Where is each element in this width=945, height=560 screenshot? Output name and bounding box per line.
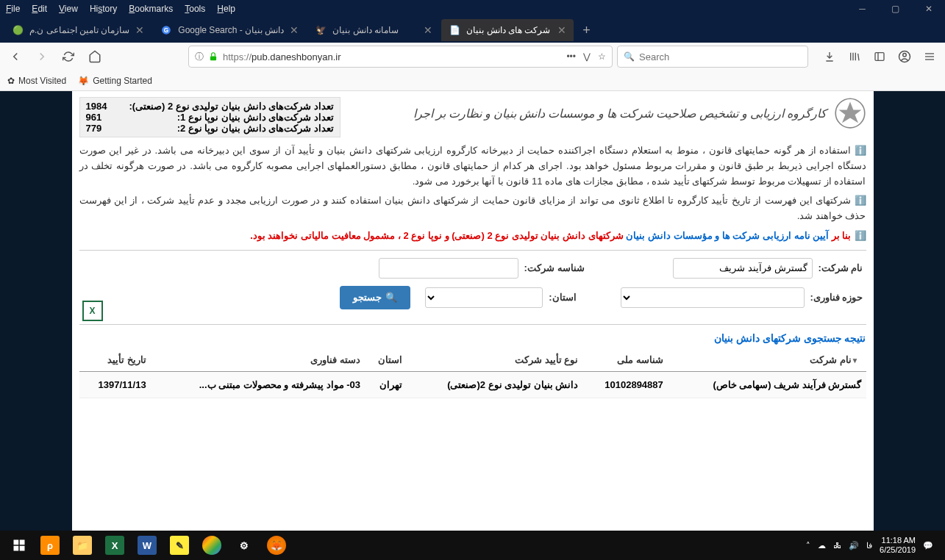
cell-province: تهران xyxy=(365,371,407,398)
menu-history[interactable]: History xyxy=(90,4,117,14)
app-firefox[interactable]: 🦊 xyxy=(260,531,293,560)
app-excel[interactable]: X xyxy=(99,531,131,560)
table-row[interactable]: گسترش فرآیند شریف (سهامی خاص) 1010289488… xyxy=(79,371,866,398)
app-word[interactable]: W xyxy=(131,531,163,560)
company-name-label: نام شرکت: xyxy=(819,262,863,273)
bookmark-star-icon[interactable]: ☆ xyxy=(598,51,606,62)
app-chrome[interactable] xyxy=(196,531,228,560)
tray-onedrive-icon[interactable]: ☁ xyxy=(818,541,826,550)
svg-point-6 xyxy=(903,54,907,57)
close-tab-icon[interactable]: ✕ xyxy=(135,24,144,36)
app-sticky[interactable]: ✎ xyxy=(163,531,196,560)
tray-sound-icon[interactable]: 🔊 xyxy=(849,541,859,550)
home-button[interactable] xyxy=(84,46,106,68)
lock-icon xyxy=(208,51,218,62)
info-bullet-icon: ℹ️ xyxy=(855,195,866,206)
reload-button[interactable] xyxy=(57,46,79,68)
sort-icon: ▼ xyxy=(852,356,859,365)
tab-2[interactable]: 🦅 سامانه دانش بنیان ✕ xyxy=(307,19,440,41)
google-icon: G xyxy=(160,24,172,36)
pocket-icon[interactable]: ⋁ xyxy=(583,51,591,62)
tray-lang[interactable]: فا xyxy=(866,541,872,550)
search-form: نام شرکت: شناسه شرکت: حوزه فناوری: استان… xyxy=(79,250,866,325)
info-bullet-icon: ℹ️ xyxy=(855,230,866,241)
taskbar: ρ 📁 X W ✎ ⚙ 🦊 ˄ ☁ 🖧 🔊 فا 11:18 AM 6/25/2… xyxy=(0,531,945,560)
search-input[interactable] xyxy=(639,51,802,62)
stat-label: تعداد شرکت‌های دانش بنیان نوپا نوع 1: xyxy=(177,112,334,123)
info-paragraph-3: ℹ️بنا بر آیین نامه ارزیابی شرکت ها و مؤس… xyxy=(79,229,866,244)
menu-file[interactable]: File xyxy=(6,4,20,14)
org-title: کارگروه ارزیابی و تشخیص صلاحیت شرکت ها و… xyxy=(413,107,827,121)
sidebar-button[interactable] xyxy=(869,46,891,68)
info-paragraph-2: ℹ️شرکتهای این فهرست از تاریخ تأیید کارگر… xyxy=(79,193,866,224)
downloads-button[interactable] xyxy=(819,46,841,68)
app-explorer[interactable]: 📁 xyxy=(66,531,99,560)
url-bar[interactable]: ⓘ https://pub.daneshbonyan.ir ••• ⋁ ☆ xyxy=(188,46,613,68)
close-tab-icon[interactable]: ✕ xyxy=(424,24,432,36)
menu-bookmarks[interactable]: Bookmarks xyxy=(129,4,173,14)
library-button[interactable] xyxy=(844,46,866,68)
tray-up-icon[interactable]: ˄ xyxy=(806,541,810,550)
province-label: استان: xyxy=(549,292,576,303)
most-visited-bookmark[interactable]: ✿Most Visited xyxy=(7,76,66,86)
col-approval-type[interactable]: نوع تأیید شرکت xyxy=(407,348,583,372)
svg-rect-3 xyxy=(875,53,884,61)
info-icon[interactable]: ⓘ xyxy=(195,51,204,63)
reader-icon[interactable]: ••• xyxy=(566,51,576,62)
action-center-icon[interactable]: 💬 xyxy=(923,541,933,550)
tab-1[interactable]: G Google Search - دانش بنیان ✕ xyxy=(153,19,306,41)
minimize-button[interactable]: ─ xyxy=(846,0,879,18)
close-window-button[interactable]: ✕ xyxy=(912,0,945,18)
app-settings[interactable]: ⚙ xyxy=(228,531,260,560)
search-icon: 🔍 xyxy=(624,51,635,62)
favicon-icon: 📄 xyxy=(449,24,460,36)
menu-tools[interactable]: Tools xyxy=(185,4,205,14)
company-id-input[interactable] xyxy=(379,258,518,279)
nav-toolbar: ⓘ https://pub.daneshbonyan.ir ••• ⋁ ☆ 🔍 xyxy=(0,43,945,71)
maximize-button[interactable]: ▢ xyxy=(879,0,912,18)
menu-view[interactable]: View xyxy=(59,4,78,14)
search-bar[interactable]: 🔍 xyxy=(617,46,808,68)
col-province[interactable]: استان xyxy=(365,348,407,372)
stat-label: تعداد شرکت‌های دانش بنیان تولیدی نوع 2 (… xyxy=(129,101,334,112)
tab-title: سامانه دانش بنیان xyxy=(332,25,418,35)
col-name[interactable]: ▼نام شرکت xyxy=(668,348,866,372)
app-everything[interactable]: ρ xyxy=(34,531,66,560)
close-tab-icon[interactable]: ✕ xyxy=(557,24,566,36)
menu-button[interactable] xyxy=(919,46,941,68)
col-tech-category[interactable]: دسته فناوری xyxy=(151,348,365,372)
tech-area-select[interactable] xyxy=(621,287,805,308)
results-title: نتیجه جستجوی شرکتهای دانش بنیان xyxy=(79,332,866,344)
forward-button[interactable] xyxy=(31,46,53,68)
close-tab-icon[interactable]: ✕ xyxy=(290,24,299,36)
stat-value: 779 xyxy=(86,123,102,134)
tab-0[interactable]: 🟢 سازمان تامین اجتماعی ن.م ✕ xyxy=(4,19,151,41)
export-excel-button[interactable]: X xyxy=(82,301,103,321)
tab-bar: 🟢 سازمان تامین اجتماعی ن.م ✕ G Google Se… xyxy=(0,18,945,43)
tab-title: Google Search - دانش بنیان xyxy=(178,25,284,35)
col-national-id[interactable]: شناسه ملی xyxy=(582,348,667,372)
tab-3[interactable]: 📄 شرکت های دانش بنیان ✕ xyxy=(441,19,574,41)
tray-network-icon[interactable]: 🖧 xyxy=(833,541,841,550)
info-bullet-icon: ℹ️ xyxy=(855,145,866,156)
col-approval-date[interactable]: تاریخ تأیید xyxy=(79,348,151,372)
account-button[interactable] xyxy=(894,46,916,68)
firefox-icon: 🦊 xyxy=(78,76,89,86)
back-button[interactable] xyxy=(4,46,26,68)
menu-help[interactable]: Help xyxy=(217,4,235,14)
gear-icon: ✿ xyxy=(7,76,15,86)
cell-approval-date: 1397/11/13 xyxy=(79,371,151,398)
start-button[interactable] xyxy=(4,531,34,560)
province-select[interactable] xyxy=(425,287,543,308)
new-tab-button[interactable]: + xyxy=(575,19,597,41)
stats-box: تعداد شرکت‌های دانش بنیان تولیدی نوع 2 (… xyxy=(79,97,340,137)
company-name-input[interactable] xyxy=(673,258,813,279)
stat-label: تعداد شرکت‌های دانش بنیان نوپا نوع 2: xyxy=(177,123,334,134)
menu-edit[interactable]: Edit xyxy=(32,4,47,14)
favicon-icon: 🦅 xyxy=(315,24,327,36)
org-header: کارگروه ارزیابی و تشخیص صلاحیت شرکت ها و… xyxy=(413,97,866,129)
taskbar-clock[interactable]: 11:18 AM 6/25/2019 xyxy=(880,536,916,555)
search-button[interactable]: 🔍جستجو xyxy=(340,286,410,309)
stat-value: 961 xyxy=(86,112,102,123)
getting-started-bookmark[interactable]: 🦊Getting Started xyxy=(78,76,152,86)
